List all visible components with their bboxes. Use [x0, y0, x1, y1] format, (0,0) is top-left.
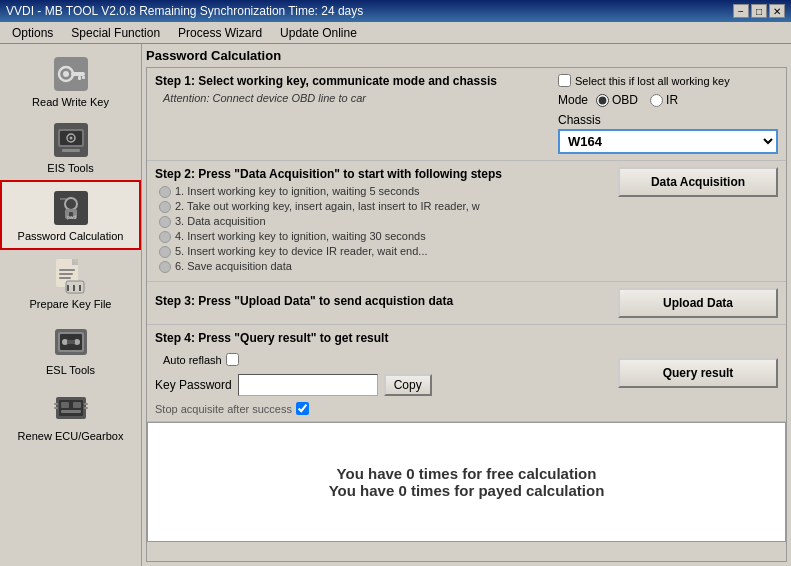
content-area: Password Calculation Step 1: Select work…: [142, 44, 791, 566]
step2-item-6: 6. Save acquisition data: [175, 260, 292, 272]
list-item: 2. Take out working key, insert again, l…: [159, 200, 570, 213]
step4-right: Query result: [618, 358, 778, 388]
svg-rect-40: [54, 407, 58, 409]
step1-row: Step 1: Select working key, communicate …: [147, 68, 786, 161]
step2-item-2: 2. Take out working key, insert again, l…: [175, 200, 480, 212]
bullet-3: [159, 216, 171, 228]
svg-rect-37: [73, 402, 81, 408]
svg-rect-4: [78, 76, 81, 80]
list-item: 6. Save acquisition data: [159, 260, 570, 273]
list-item: 1. Insert working key to ignition, waiti…: [159, 185, 570, 198]
step2-item-5: 5. Insert working key to device IR reade…: [175, 245, 428, 257]
lost-key-label: Select this if lost all working key: [575, 75, 730, 87]
esl-icon: [51, 322, 91, 362]
bullet-5: [159, 246, 171, 258]
sidebar: Read Write Key EIS Tools: [0, 44, 142, 566]
title-bar: VVDI - MB TOOL V2.0.8 Remaining Synchron…: [0, 0, 791, 22]
sidebar-item-read-write-key[interactable]: Read Write Key: [0, 48, 141, 114]
svg-point-11: [69, 137, 72, 140]
bullet-6: [159, 261, 171, 273]
list-item: 3. Data acquisition: [159, 215, 570, 228]
file-icon: [51, 256, 91, 296]
menu-special-function[interactable]: Special Function: [63, 24, 168, 42]
step1-left: Step 1: Select working key, communicate …: [155, 74, 550, 108]
step4-left: Step 4: Press "Query result" to get resu…: [155, 331, 610, 415]
obd-radio[interactable]: [596, 94, 609, 107]
auto-reflash-label: Auto reflash: [163, 354, 222, 366]
step2-item-1: 1. Insert working key to ignition, waiti…: [175, 185, 420, 197]
lost-key-checkbox[interactable]: [558, 74, 571, 87]
key-icon: [51, 54, 91, 94]
step1-heading: Step 1: Select working key, communicate …: [155, 74, 550, 88]
stop-checkbox[interactable]: [296, 402, 309, 415]
lost-key-row: Select this if lost all working key: [558, 74, 778, 87]
ecu-icon: [51, 388, 91, 428]
svg-rect-23: [59, 277, 71, 279]
sidebar-item-prepare-key-file[interactable]: Prepare Key File: [0, 250, 141, 316]
title-bar-buttons: − □ ✕: [733, 4, 785, 18]
sidebar-label-esl-tools: ESL Tools: [46, 364, 95, 376]
menu-bar: Options Special Function Process Wizard …: [0, 22, 791, 44]
title-text: VVDI - MB TOOL V2.0.8 Remaining Synchron…: [6, 4, 363, 18]
step3-heading: Step 3: Press "Upload Data" to send acqu…: [155, 294, 610, 308]
key-password-row: Key Password Copy: [155, 374, 610, 396]
list-item: 5. Insert working key to device IR reade…: [159, 245, 570, 258]
list-item: 4. Insert working key to ignition, waiti…: [159, 230, 570, 243]
svg-rect-42: [84, 407, 88, 409]
chassis-label: Chassis: [558, 113, 778, 127]
step2-heading: Step 2: Press "Data Acquisition" to star…: [155, 167, 570, 181]
stop-row: Stop acquisite after success: [155, 402, 610, 415]
step2-item-4: 4. Insert working key to ignition, waiti…: [175, 230, 426, 242]
svg-text:***: ***: [60, 197, 66, 203]
key-password-input[interactable]: [238, 374, 378, 396]
ir-radio[interactable]: [650, 94, 663, 107]
chassis-select[interactable]: W164: [558, 129, 778, 154]
copy-button[interactable]: Copy: [384, 374, 432, 396]
bullet-4: [159, 231, 171, 243]
step3-row: Step 3: Press "Upload Data" to send acqu…: [147, 282, 786, 325]
menu-process-wizard[interactable]: Process Wizard: [170, 24, 270, 42]
sidebar-label-read-write-key: Read Write Key: [32, 96, 109, 108]
upload-data-button[interactable]: Upload Data: [618, 288, 778, 318]
ir-radio-item: IR: [650, 93, 678, 107]
result-line2: You have 0 times for payed calculation: [329, 482, 605, 499]
pwd-icon: *** pwd: [51, 188, 91, 228]
menu-update-online[interactable]: Update Online: [272, 24, 365, 42]
stop-label: Stop acquisite after success: [155, 403, 292, 415]
minimize-button[interactable]: −: [733, 4, 749, 18]
step2-row: Step 2: Press "Data Acquisition" to star…: [147, 161, 786, 282]
menu-options[interactable]: Options: [4, 24, 61, 42]
sidebar-item-esl-tools[interactable]: ESL Tools: [0, 316, 141, 382]
svg-rect-3: [71, 72, 85, 76]
step4-row: Step 4: Press "Query result" to get resu…: [147, 325, 786, 422]
sidebar-label-renew-ecu: Renew ECU/Gearbox: [18, 430, 124, 442]
step2-left: Step 2: Press "Data Acquisition" to star…: [155, 167, 570, 275]
svg-rect-22: [59, 273, 73, 275]
sidebar-item-eis-tools[interactable]: EIS Tools: [0, 114, 141, 180]
sidebar-label-prepare-key-file: Prepare Key File: [30, 298, 112, 310]
bullet-2: [159, 201, 171, 213]
sidebar-item-password-calculation[interactable]: *** pwd Password Calculation: [0, 180, 141, 250]
obd-radio-item: OBD: [596, 93, 638, 107]
svg-rect-9: [62, 149, 80, 152]
mode-label: Mode: [558, 93, 588, 107]
maximize-button[interactable]: □: [751, 4, 767, 18]
svg-rect-21: [59, 269, 75, 271]
data-acquisition-button[interactable]: Data Acquisition: [618, 167, 778, 197]
sidebar-label-eis-tools: EIS Tools: [47, 162, 93, 174]
close-button[interactable]: ✕: [769, 4, 785, 18]
main-container: Read Write Key EIS Tools: [0, 44, 791, 566]
svg-rect-41: [84, 403, 88, 405]
result-line1: You have 0 times for free calculation: [337, 465, 597, 482]
steps-panel: Step 1: Select working key, communicate …: [146, 67, 787, 562]
step3-right: Upload Data: [618, 288, 778, 318]
auto-reflash-checkbox[interactable]: [226, 353, 239, 366]
step2-list: 1. Insert working key to ignition, waiti…: [155, 185, 570, 273]
mode-radio-group: OBD IR: [596, 93, 678, 107]
chassis-row: Chassis W164: [558, 113, 778, 154]
svg-rect-39: [54, 403, 58, 405]
svg-rect-5: [82, 76, 85, 79]
auto-reflash-row: Auto reflash: [163, 353, 610, 366]
sidebar-item-renew-ecu[interactable]: Renew ECU/Gearbox: [0, 382, 141, 448]
query-result-button[interactable]: Query result: [618, 358, 778, 388]
